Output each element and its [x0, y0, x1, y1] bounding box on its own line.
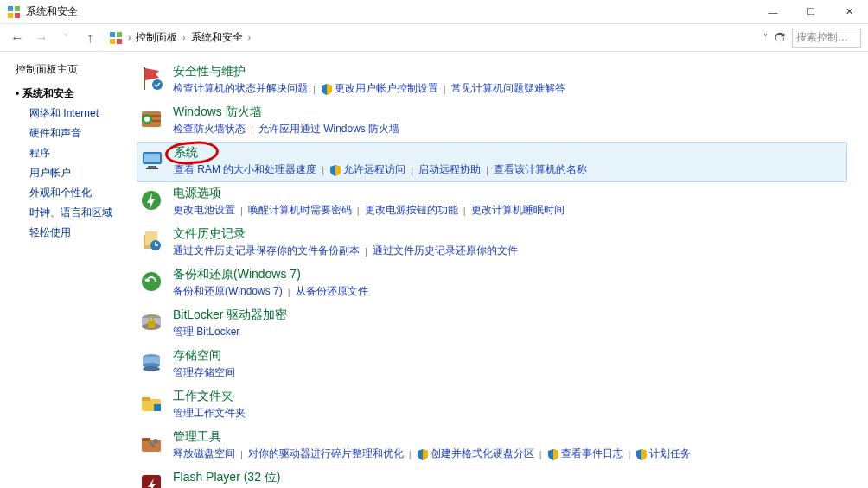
sub-link-admin-tools-3[interactable]: 查看事件日志 [547, 447, 623, 461]
separator: | [486, 165, 488, 175]
category-title-link[interactable]: 文件历史记录 [173, 226, 246, 242]
chevron-right-icon[interactable]: › [248, 33, 251, 42]
category-title-link[interactable]: 电源选项 [173, 186, 221, 201]
sidebar-item-0[interactable]: 系统和安全 [16, 84, 130, 104]
shield-icon [321, 83, 333, 95]
separator: | [539, 449, 542, 459]
sub-link-power-3[interactable]: 更改计算机睡眠时间 [471, 203, 565, 218]
category-title-link[interactable]: 系统 [174, 145, 198, 161]
category-body: 系统查看 RAM 的大小和处理器速度|允许远程访问|启动远程协助|查看该计算机的… [174, 145, 846, 177]
category-security-maintenance: 安全性与维护检查计算机的状态并解决问题|更改用户帐户控制设置|常见计算机问题疑难… [137, 60, 847, 101]
sub-link-power-1[interactable]: 唤醒计算机时需要密码 [248, 203, 352, 218]
category-title-link[interactable]: 工作文件夹 [173, 389, 233, 404]
flash-icon [138, 472, 164, 488]
separator: | [365, 246, 367, 257]
sub-link-label: 检查防火墙状态 [173, 122, 246, 136]
sub-link-security-maintenance-0[interactable]: 检查计算机的状态并解决问题 [173, 81, 308, 96]
sub-link-admin-tools-4[interactable]: 计划任务 [635, 447, 691, 461]
category-storage-spaces: 存储空间管理存储空间 [137, 345, 847, 385]
sub-link-label: 启动远程协助 [418, 162, 481, 177]
category-title-link[interactable]: BitLocker 驱动器加密 [173, 307, 287, 323]
sub-link-label: 更改电源按钮的功能 [365, 203, 458, 218]
sub-link-label: 更改计算机睡眠时间 [471, 203, 565, 218]
sub-links: 查看 RAM 的大小和处理器速度|允许远程访问|启动远程协助|查看该计算机的名称 [174, 162, 846, 177]
sidebar-item-4[interactable]: 用户帐户 [16, 163, 130, 183]
sub-link-security-maintenance-2[interactable]: 常见计算机问题疑难解答 [451, 81, 565, 96]
bitlocker-icon [138, 309, 164, 335]
sub-link-backup-restore-1[interactable]: 从备份还原文件 [296, 284, 368, 299]
refresh-button[interactable] [771, 29, 788, 47]
address-dropdown[interactable]: ˅ [763, 33, 768, 42]
sub-link-power-0[interactable]: 更改电池设置 [173, 203, 235, 218]
sub-link-system-3[interactable]: 查看该计算机的名称 [494, 162, 587, 177]
breadcrumb[interactable]: › 控制面板 › 系统和安全 › [109, 30, 760, 45]
category-title-link[interactable]: 管理工具 [173, 429, 221, 445]
chevron-right-icon[interactable]: › [128, 33, 131, 42]
category-title-link[interactable]: 存储空间 [173, 348, 221, 364]
breadcrumb-current[interactable]: 系统和安全 [191, 30, 243, 45]
sub-link-firewall-1[interactable]: 允许应用通过 Windows 防火墙 [258, 122, 399, 136]
sub-link-storage-spaces-0[interactable]: 管理存储空间 [173, 365, 235, 380]
separator: | [288, 287, 290, 297]
search-input[interactable]: 搜索控制… [792, 29, 861, 48]
sidebar-item-3[interactable]: 程序 [16, 143, 130, 163]
sub-link-label: 备份和还原(Windows 7) [173, 284, 283, 299]
close-button[interactable]: ✕ [830, 0, 868, 24]
sub-link-firewall-0[interactable]: 检查防火墙状态 [173, 122, 246, 136]
sub-link-label: 查看 RAM 的大小和处理器速度 [174, 162, 316, 177]
maximize-button[interactable]: ☐ [792, 0, 830, 24]
sub-link-power-2[interactable]: 更改电源按钮的功能 [365, 203, 458, 218]
back-button[interactable]: ← [7, 28, 28, 48]
category-title-link[interactable]: Windows 防火墙 [173, 105, 262, 120]
category-title-link[interactable]: 备份和还原(Windows 7) [173, 267, 301, 282]
category-title-link[interactable]: Flash Player (32 位) [173, 470, 280, 485]
separator: | [463, 206, 466, 216]
sidebar-item-7[interactable]: 轻松使用 [16, 223, 130, 243]
chevron-right-icon[interactable]: › [182, 33, 185, 42]
category-body: Windows 防火墙检查防火墙状态|允许应用通过 Windows 防火墙 [173, 105, 847, 136]
separator: | [411, 165, 413, 175]
breadcrumb-root[interactable]: 控制面板 [136, 30, 177, 45]
minimize-button[interactable]: — [754, 0, 792, 24]
sidebar-item-2[interactable]: 硬件和声音 [16, 124, 130, 143]
sub-link-admin-tools-0[interactable]: 释放磁盘空间 [173, 447, 235, 461]
sub-link-label: 唤醒计算机时需要密码 [248, 203, 352, 218]
admintools-icon [138, 431, 164, 457]
sidebar-item-1[interactable]: 网络和 Internet [16, 104, 130, 124]
sub-link-file-history-1[interactable]: 通过文件历史记录还原你的文件 [373, 244, 518, 258]
shield-icon [417, 448, 429, 460]
backup-icon [138, 269, 164, 295]
sub-link-work-folders-0[interactable]: 管理工作文件夹 [173, 406, 246, 421]
sub-link-label: 释放磁盘空间 [173, 447, 235, 461]
svg-rect-6 [110, 39, 115, 44]
sub-link-label: 管理 BitLocker [173, 325, 239, 339]
sidebar-list: 系统和安全网络和 Internet硬件和声音程序用户帐户外观和个性化时钟、语言和… [16, 84, 130, 243]
sub-link-label: 通过文件历史记录保存你的文件备份副本 [173, 244, 360, 258]
svg-rect-2 [8, 13, 13, 18]
recent-dropdown[interactable]: ˅ [55, 28, 76, 48]
sub-link-backup-restore-0[interactable]: 备份和还原(Windows 7) [173, 284, 283, 299]
forward-button[interactable]: → [31, 28, 52, 48]
category-body: 管理工具释放磁盘空间|对你的驱动器进行碎片整理和优化|创建并格式化硬盘分区|查看… [173, 429, 847, 461]
sub-links: 管理存储空间 [173, 365, 847, 380]
sidebar-item-5[interactable]: 外观和个性化 [16, 183, 130, 203]
category-bitlocker: BitLocker 驱动器加密管理 BitLocker [137, 304, 847, 345]
shield-icon [635, 448, 648, 460]
sub-link-admin-tools-2[interactable]: 创建并格式化硬盘分区 [417, 447, 534, 461]
sub-link-security-maintenance-1[interactable]: 更改用户帐户控制设置 [321, 81, 438, 96]
sub-link-system-0[interactable]: 查看 RAM 的大小和处理器速度 [174, 162, 316, 177]
separator: | [240, 206, 243, 216]
sub-link-file-history-0[interactable]: 通过文件历史记录保存你的文件备份副本 [173, 244, 360, 258]
sidebar-home-link[interactable]: 控制面板主页 [16, 62, 130, 77]
category-title-link[interactable]: 安全性与维护 [173, 64, 246, 79]
sub-link-admin-tools-1[interactable]: 对你的驱动器进行碎片整理和优化 [248, 447, 404, 461]
up-button[interactable]: ↑ [80, 28, 100, 48]
computer-icon [139, 147, 165, 173]
sub-link-system-2[interactable]: 启动远程协助 [418, 162, 481, 177]
sub-link-label: 从备份还原文件 [296, 284, 368, 299]
sub-link-bitlocker-0[interactable]: 管理 BitLocker [173, 325, 239, 339]
sub-link-system-1[interactable]: 允许远程访问 [329, 162, 405, 177]
sub-link-label: 管理工作文件夹 [173, 406, 246, 421]
sub-link-label: 对你的驱动器进行碎片整理和优化 [248, 447, 404, 461]
sidebar-item-6[interactable]: 时钟、语言和区域 [16, 203, 130, 223]
